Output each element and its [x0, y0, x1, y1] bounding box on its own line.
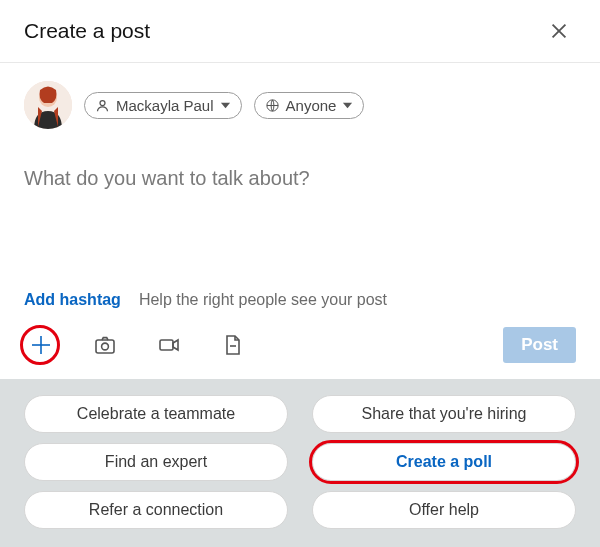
modal-title: Create a post: [24, 19, 150, 43]
option-celebrate-teammate[interactable]: Celebrate a teammate: [24, 395, 288, 433]
plus-icon: [29, 333, 53, 357]
add-more-button[interactable]: [24, 328, 58, 362]
person-icon: [95, 98, 110, 113]
svg-point-9: [102, 343, 109, 350]
modal-body: Mackayla Paul Anyone What do you want to…: [0, 63, 600, 379]
author-selector[interactable]: Mackayla Paul: [84, 92, 242, 119]
svg-rect-8: [96, 340, 114, 353]
svg-point-4: [100, 100, 105, 105]
close-icon: [548, 20, 570, 42]
add-hashtag-button[interactable]: Add hashtag: [24, 291, 121, 309]
video-icon: [157, 333, 181, 357]
hashtag-help-text: Help the right people see your post: [139, 291, 387, 309]
author-row: Mackayla Paul Anyone: [24, 81, 576, 129]
chevron-down-icon: [220, 100, 231, 111]
composer-placeholder: What do you want to talk about?: [24, 167, 576, 190]
option-offer-help[interactable]: Offer help: [312, 491, 576, 529]
option-refer-connection[interactable]: Refer a connection: [24, 491, 288, 529]
modal-header: Create a post: [0, 0, 600, 63]
camera-icon: [93, 333, 117, 357]
avatar-image: [24, 81, 72, 129]
composer-area[interactable]: What do you want to talk about?: [24, 167, 576, 190]
globe-icon: [265, 98, 280, 113]
chevron-down-icon: [342, 100, 353, 111]
option-create-poll[interactable]: Create a poll: [312, 443, 576, 481]
visibility-label: Anyone: [286, 97, 337, 114]
toolbar: Post: [24, 309, 576, 379]
add-photo-button[interactable]: [88, 328, 122, 362]
close-button[interactable]: [542, 14, 576, 48]
option-find-expert[interactable]: Find an expert: [24, 443, 288, 481]
more-options-panel: Celebrate a teammate Share that you're h…: [0, 379, 600, 547]
option-label: Create a poll: [396, 453, 492, 471]
option-share-hiring[interactable]: Share that you're hiring: [312, 395, 576, 433]
hashtag-row: Add hashtag Help the right people see yo…: [24, 291, 576, 309]
svg-rect-10: [160, 340, 173, 350]
add-video-button[interactable]: [152, 328, 186, 362]
author-name: Mackayla Paul: [116, 97, 214, 114]
avatar: [24, 81, 72, 129]
post-button[interactable]: Post: [503, 327, 576, 363]
visibility-selector[interactable]: Anyone: [254, 92, 365, 119]
add-document-button[interactable]: [216, 328, 250, 362]
document-icon: [221, 333, 245, 357]
